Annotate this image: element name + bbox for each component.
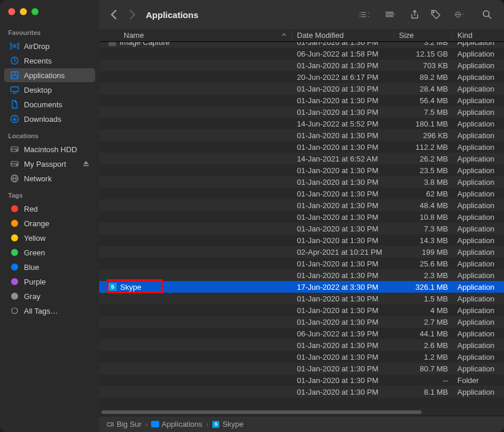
- sidebar-item-label: Red: [24, 205, 38, 213]
- file-row[interactable]: 01-Jan-2020 at 1:30 PM7.3 MBApplication: [99, 223, 504, 234]
- file-row[interactable]: 01-Jan-2020 at 1:30 PM10.8 MBApplication: [99, 211, 504, 223]
- sidebar-item-green[interactable]: Green: [4, 245, 95, 259]
- column-header-size[interactable]: Size: [394, 31, 453, 40]
- sidebar-item-my-passport[interactable]: My Passport: [4, 157, 95, 171]
- file-date-cell: 01-Jan-2020 at 1:30 PM: [292, 306, 394, 315]
- file-row[interactable]: 01-Jan-2020 at 1:30 PM14.3 MBApplication: [99, 234, 504, 246]
- file-row[interactable]: 01-Jan-2020 at 1:30 PM703 KBApplication: [99, 59, 504, 71]
- file-kind-cell: Application: [453, 108, 504, 117]
- horizontal-scrollbar[interactable]: [99, 409, 504, 416]
- minimize-window-button[interactable]: [20, 8, 27, 15]
- sidebar-item-documents[interactable]: Documents: [4, 97, 95, 111]
- toolbar: Applications: [99, 0, 504, 29]
- file-row[interactable]: 06-Jun-2022 at 1:58 PM12.15 GBApplicatio…: [99, 48, 504, 59]
- file-kind-cell: Application: [453, 120, 504, 128]
- file-row[interactable]: 01-Jan-2020 at 1:30 PM3.8 MBApplication: [99, 176, 504, 188]
- file-row[interactable]: 01-Jan-2020 at 1:30 PM2.7 MBApplication: [99, 316, 504, 328]
- file-size-cell: 180.1 MB: [394, 120, 453, 128]
- tag-icon: [10, 277, 19, 286]
- file-size-cell: 14.3 MB: [394, 236, 453, 245]
- file-kind-cell: Application: [453, 213, 504, 222]
- file-row[interactable]: 01-Jan-2020 at 1:30 PM8.1 MBApplication: [99, 386, 504, 398]
- file-row[interactable]: 01-Jan-2020 at 1:30 PM62 MBApplication: [99, 188, 504, 199]
- path-segment[interactable]: SSkype: [212, 420, 243, 429]
- sidebar-item-desktop[interactable]: Desktop: [4, 83, 95, 97]
- group-button[interactable]: [379, 6, 402, 23]
- file-size-cell: 7.5 MB: [394, 108, 453, 117]
- file-row[interactable]: 14-Jan-2021 at 6:52 AM26.2 MBApplication: [99, 153, 504, 164]
- sidebar-item-applications[interactable]: Applications: [4, 68, 95, 82]
- file-row[interactable]: 01-Jan-2020 at 1:30 PM296 KBApplication: [99, 129, 504, 141]
- svg-rect-37: [108, 42, 116, 46]
- sidebar-item-label: Blue: [24, 263, 39, 272]
- documents-icon: [10, 100, 19, 109]
- column-header-kind[interactable]: Kind: [453, 31, 504, 40]
- file-row[interactable]: 01-Jan-2020 at 1:30 PM25.6 MBApplication: [99, 258, 504, 269]
- sidebar-item-downloads[interactable]: Downloads: [4, 112, 95, 126]
- sidebar-item-airdrop[interactable]: AirDrop: [4, 39, 95, 53]
- path-segment[interactable]: Big Sur: [106, 420, 142, 429]
- share-button[interactable]: [406, 6, 424, 23]
- sidebar-item-orange[interactable]: Orange: [4, 216, 95, 230]
- file-size-cell: --: [394, 376, 453, 385]
- file-row[interactable]: 01-Jan-2020 at 1:30 PM80.7 MBApplication: [99, 363, 504, 374]
- search-button[interactable]: [478, 6, 496, 23]
- file-date-cell: 01-Jan-2020 at 1:30 PM: [292, 388, 394, 396]
- sidebar-item-gray[interactable]: Gray: [4, 289, 95, 303]
- sidebar-item-macintosh-hdd[interactable]: Macintosh HDD: [4, 142, 95, 156]
- file-row[interactable]: 01-Jan-2020 at 1:30 PM48.4 MBApplication: [99, 199, 504, 211]
- file-row[interactable]: 01-Jan-2020 at 1:30 PM28.4 MBApplication: [99, 83, 504, 94]
- file-row[interactable]: 01-Jan-2020 at 1:30 PM56.4 MBApplication: [99, 94, 504, 106]
- file-row[interactable]: 01-Jan-2020 at 1:30 PM1.2 MBApplication: [99, 351, 504, 363]
- file-row[interactable]: 06-Jun-2022 at 1:39 PM44.1 MBApplication: [99, 328, 504, 339]
- column-header-date[interactable]: Date Modified: [292, 31, 394, 40]
- file-row[interactable]: 01-Jan-2020 at 1:30 PM1.5 MBApplication: [99, 293, 504, 304]
- file-date-cell: 14-Jan-2021 at 6:52 AM: [292, 154, 394, 163]
- file-list[interactable]: Image Capture01-Jan-2020 at 1:30 PM3.2 M…: [99, 42, 504, 409]
- file-kind-cell: Application: [453, 353, 504, 361]
- sidebar-item-label: Purple: [24, 278, 46, 286]
- back-button[interactable]: [107, 8, 121, 22]
- svg-rect-24: [388, 12, 390, 14]
- file-row[interactable]: 01-Jan-2020 at 1:30 PM7.5 MBApplication: [99, 106, 504, 118]
- file-row[interactable]: 01-Jan-2020 at 1:30 PM23.5 MBApplication: [99, 164, 504, 176]
- file-row[interactable]: 20-Jun-2022 at 6:17 PM89.2 MBApplication: [99, 71, 504, 83]
- sidebar-item-blue[interactable]: Blue: [4, 260, 95, 274]
- file-row[interactable]: 01-Jan-2020 at 1:30 PM112.2 MBApplicatio…: [99, 141, 504, 153]
- sidebar-item-network[interactable]: Network: [4, 171, 95, 185]
- view-mode-button[interactable]: [352, 6, 376, 23]
- file-row[interactable]: 01-Jan-2020 at 1:30 PM4 MBApplication: [99, 304, 504, 316]
- file-date-cell: 01-Jan-2020 at 1:30 PM: [292, 364, 394, 373]
- sidebar-item-yellow[interactable]: Yellow: [4, 231, 95, 245]
- file-row[interactable]: 01-Jan-2020 at 1:30 PM2.6 MBApplication: [99, 339, 504, 351]
- tag-icon: [10, 233, 19, 243]
- file-row[interactable]: 14-Jun-2022 at 5:52 PM180.1 MBApplicatio…: [99, 118, 504, 129]
- svg-rect-3: [11, 87, 19, 92]
- sidebar-item-recents[interactable]: Recents: [4, 54, 95, 68]
- svg-point-30: [433, 12, 434, 13]
- file-kind-cell: Application: [453, 85, 504, 93]
- sidebar-item-label: Network: [24, 174, 52, 183]
- file-row[interactable]: Image Capture01-Jan-2020 at 1:30 PM3.2 M…: [99, 42, 504, 48]
- tags-button[interactable]: [427, 6, 444, 23]
- file-row[interactable]: 01-Jan-2020 at 1:30 PM--Folder: [99, 374, 504, 386]
- file-date-cell: 01-Jan-2020 at 1:30 PM: [292, 131, 394, 140]
- action-menu-button[interactable]: [448, 6, 471, 23]
- close-window-button[interactable]: [8, 8, 15, 15]
- file-kind-cell: Application: [453, 341, 504, 350]
- eject-icon[interactable]: [83, 160, 89, 168]
- annotation-highlight: [107, 279, 163, 293]
- svg-point-0: [13, 45, 16, 47]
- sidebar-item-red[interactable]: Red: [4, 202, 95, 216]
- forward-button[interactable]: [125, 8, 139, 22]
- file-size-cell: 2.7 MB: [394, 318, 453, 326]
- scrollbar-thumb[interactable]: [102, 410, 422, 414]
- zoom-window-button[interactable]: [32, 8, 38, 15]
- file-size-cell: 1.5 MB: [394, 294, 453, 303]
- sidebar-item-purple[interactable]: Purple: [4, 275, 95, 289]
- skype-icon: S: [212, 420, 220, 429]
- path-segment[interactable]: Applications: [151, 420, 202, 429]
- file-row[interactable]: 02-Apr-2021 at 10:21 PM199 MBApplication: [99, 246, 504, 258]
- sidebar-item-all-tags-[interactable]: All Tags…: [4, 304, 95, 318]
- column-header-name[interactable]: Name: [99, 31, 292, 40]
